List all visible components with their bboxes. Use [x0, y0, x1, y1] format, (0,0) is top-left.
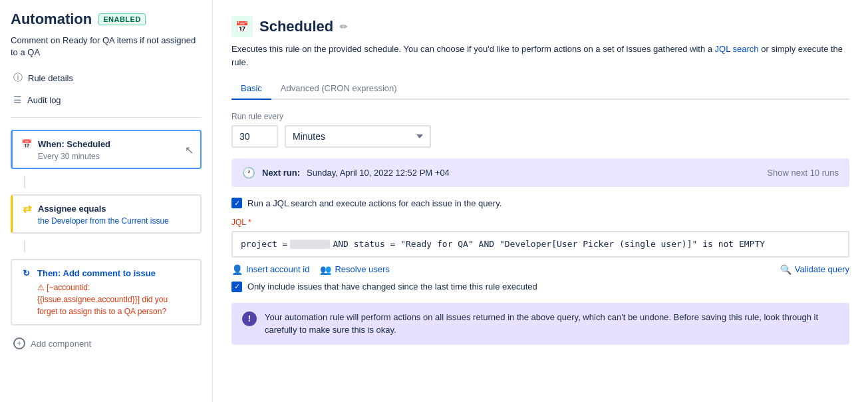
jql-required: *	[246, 218, 251, 227]
jql-account-token	[290, 240, 330, 249]
page-title-row: Automation ENABLED	[11, 11, 202, 28]
jql-suffix: AND status = "Ready for QA" AND "Develop…	[333, 238, 765, 251]
action-line3: forget to assign this to a QA person?	[37, 307, 166, 316]
search-icon: 🔍	[780, 264, 792, 275]
condition-sub: the Developer from the Current issue	[21, 216, 192, 226]
warning-icon: !	[242, 311, 257, 326]
condition-block[interactable]: ⇄ Assignee equals the Developer from the…	[11, 194, 202, 234]
only-changed-row: Only include issues that have changed si…	[231, 282, 849, 292]
calendar-icon: 📅	[21, 138, 33, 150]
action-line1: ⚠ [~accountid:	[37, 283, 90, 292]
main-panel: 📅 Scheduled ✏ Executes this rule on the …	[213, 0, 868, 402]
only-changed-checkbox[interactable]	[231, 282, 242, 292]
run-unit-select[interactable]: Minutes Hours Days Weeks	[285, 125, 431, 148]
info-icon: ⓘ	[13, 72, 23, 84]
connector2	[24, 240, 25, 252]
tab-basic[interactable]: Basic	[231, 78, 271, 100]
rule-details-label: Rule details	[28, 73, 73, 83]
next-run-label: Next run:	[262, 168, 300, 178]
run-number-input[interactable]	[231, 125, 278, 148]
trigger-block[interactable]: 📅 When: Scheduled Every 30 minutes ↖	[11, 130, 202, 169]
tabs: Basic Advanced (CRON expression)	[231, 78, 849, 100]
warning-text: Your automation rule will perform action…	[265, 311, 839, 337]
jql-label: JQL *	[231, 218, 849, 227]
condition-header: ⇄ Assignee equals	[21, 202, 192, 214]
only-changed-label: Only include issues that have changed si…	[247, 282, 537, 292]
add-component-label: Add component	[31, 339, 91, 349]
jql-input[interactable]: project = AND status = "Ready for QA" AN…	[231, 231, 849, 258]
trigger-header: 📅 When: Scheduled	[21, 138, 192, 150]
panel-header-icon: 📅	[231, 16, 253, 37]
action-header: ↻ Then: Add comment to issue	[20, 267, 192, 279]
divider	[11, 117, 202, 118]
run-rule-row: Minutes Hours Days Weeks	[231, 125, 849, 148]
status-badge: ENABLED	[98, 13, 146, 25]
trigger-label: When: Scheduled	[38, 139, 110, 149]
trigger-sub: Every 30 minutes	[21, 152, 192, 161]
edit-icon[interactable]: ✏	[340, 21, 348, 32]
sidebar-item-rule-details[interactable]: ⓘ Rule details	[11, 68, 202, 88]
insert-account-id-button[interactable]: 👤 Insert account id	[231, 264, 309, 275]
audit-log-label: Audit log	[27, 95, 61, 105]
assignee-icon: ⇄	[21, 202, 33, 214]
next-run-left: 🕐 Next run: Sunday, April 10, 2022 12:52…	[242, 166, 450, 179]
validate-query-button[interactable]: 🔍 Validate query	[780, 264, 849, 275]
resolve-users-button[interactable]: 👥 Resolve users	[320, 264, 389, 275]
action-line2: {{issue.assignee.accountId}}] did you	[37, 295, 168, 304]
jql-checkbox-label: Run a JQL search and execute actions for…	[247, 198, 502, 208]
users-icon: 👥	[320, 264, 331, 275]
add-component-button[interactable]: + Add component	[11, 332, 202, 355]
rule-name: Comment on Ready for QA items if not ass…	[11, 35, 202, 59]
show-next-runs-button[interactable]: Show next 10 runs	[767, 168, 839, 178]
warning-box: ! Your automation rule will perform acti…	[231, 303, 849, 345]
run-rule-label: Run rule every	[231, 112, 849, 121]
next-run-box: 🕐 Next run: Sunday, April 10, 2022 12:52…	[231, 158, 849, 187]
connector	[24, 176, 25, 188]
tab-advanced[interactable]: Advanced (CRON expression)	[271, 78, 406, 100]
action-icon: ↻	[20, 267, 32, 279]
jql-prefix: project =	[241, 238, 287, 251]
jql-actions: 👤 Insert account id 👥 Resolve users 🔍 Va…	[231, 264, 849, 275]
page-title: Automation	[11, 11, 92, 28]
sidebar-item-audit-log[interactable]: ☰ Audit log	[11, 91, 202, 109]
jql-section: JQL * project = AND status = "Ready for …	[231, 218, 849, 258]
sidebar: Automation ENABLED Comment on Ready for …	[0, 0, 213, 402]
person-icon: 👤	[231, 264, 243, 275]
jql-link[interactable]: JQL search	[715, 44, 759, 54]
audit-icon: ☰	[13, 95, 22, 105]
panel-title: Scheduled	[259, 18, 333, 35]
clock-icon: 🕐	[242, 166, 255, 179]
jql-checkbox[interactable]	[231, 198, 242, 208]
add-circle-icon: +	[13, 337, 25, 349]
next-run-time: Sunday, April 10, 2022 12:52 PM +04	[307, 168, 450, 178]
jql-checkbox-row: Run a JQL search and execute actions for…	[231, 198, 849, 208]
panel-description: Executes this rule on the provided sched…	[231, 43, 849, 69]
panel-header: 📅 Scheduled ✏	[231, 16, 849, 37]
run-rule-section: Run rule every Minutes Hours Days Weeks	[231, 112, 849, 148]
action-block[interactable]: ↻ Then: Add comment to issue ⚠ [~account…	[11, 259, 202, 325]
condition-label: Assignee equals	[38, 204, 106, 214]
action-label: Then: Add comment to issue	[37, 268, 156, 278]
action-body: ⚠ [~accountid: {{issue.assignee.accountI…	[20, 282, 192, 317]
